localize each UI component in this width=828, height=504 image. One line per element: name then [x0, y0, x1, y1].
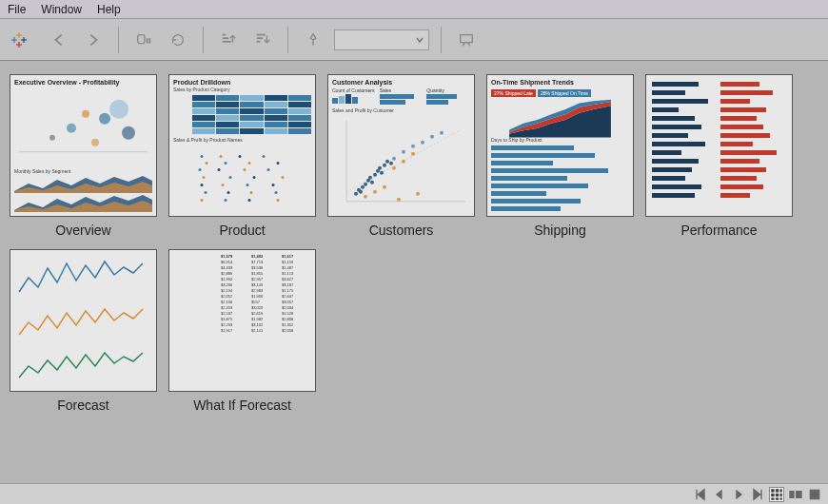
svg-point-74 [364, 194, 367, 198]
svg-rect-13 [223, 40, 231, 42]
svg-rect-17 [461, 34, 473, 42]
svg-point-35 [277, 162, 280, 165]
sheet-performance[interactable]: Performance [645, 74, 793, 238]
menu-help[interactable]: Help [97, 3, 121, 16]
chevron-down-icon [415, 35, 424, 45]
svg-rect-14 [257, 33, 266, 35]
sheet-shipping-thumbnail: On-Time Shipment Trends 27% Shipped Late… [486, 74, 634, 217]
sheet-what-if-forecast[interactable]: $1,579$1,492$1,617 $6,914$7,713$1,150 $4… [168, 249, 316, 413]
sort-asc-button[interactable] [215, 27, 242, 53]
svg-rect-95 [776, 493, 779, 496]
next-sheet-button[interactable] [731, 487, 746, 502]
forward-button[interactable] [80, 27, 107, 53]
svg-rect-11 [223, 33, 227, 35]
svg-rect-15 [257, 37, 263, 39]
toolbar-separator [441, 27, 442, 53]
sheet-performance-thumbnail [645, 74, 793, 217]
presentation-mode-button[interactable] [453, 27, 480, 53]
shipping-sub1: Days to Ship by Product [491, 138, 629, 144]
svg-point-32 [206, 162, 208, 165]
svg-rect-99 [780, 497, 782, 499]
status-bar [0, 483, 828, 504]
cust-sub2: Sales [380, 87, 424, 93]
toolbar [0, 19, 828, 61]
svg-point-79 [411, 151, 415, 155]
single-view-button[interactable] [807, 487, 822, 502]
svg-point-61 [361, 184, 365, 188]
sheet-label: Shipping [534, 223, 586, 238]
shipped-ontime-label: Shipped On Time [551, 90, 588, 96]
refresh-button[interactable] [165, 27, 191, 53]
svg-point-28 [201, 155, 204, 158]
svg-point-41 [229, 176, 232, 179]
svg-point-31 [263, 155, 266, 158]
svg-point-42 [253, 176, 256, 179]
sheet-whatif-thumbnail: $1,579$1,492$1,617 $6,914$7,713$1,150 $4… [168, 249, 316, 392]
sheet-customers[interactable]: Customer Analysis Count of Customers Sal… [327, 74, 475, 238]
svg-point-51 [275, 191, 278, 194]
svg-point-72 [385, 159, 389, 163]
svg-rect-101 [796, 491, 802, 498]
svg-point-80 [397, 197, 401, 201]
svg-point-30 [239, 155, 242, 158]
svg-point-34 [248, 162, 251, 165]
first-sheet-button[interactable] [693, 487, 708, 502]
cust-sub1: Count of Customers [332, 87, 376, 93]
prev-sheet-button[interactable] [712, 487, 727, 502]
svg-point-87 [440, 130, 444, 134]
thumb-title: On-Time Shipment Trends [491, 79, 629, 86]
toolbar-separator [118, 27, 119, 53]
svg-point-48 [205, 191, 207, 194]
sheet-customers-thumbnail: Customer Analysis Count of Customers Sal… [327, 74, 475, 217]
menu-file[interactable]: File [8, 3, 26, 16]
sheet-overview[interactable]: Executive Overview - Profitability Month… [10, 74, 157, 238]
svg-rect-9 [147, 38, 148, 43]
sheet-shipping[interactable]: On-Time Shipment Trends 27% Shipped Late… [486, 74, 634, 238]
pause-data-button[interactable] [130, 27, 157, 53]
cust-sub3: Quantity [426, 87, 470, 93]
thumb-title: Product Drilldown [173, 79, 311, 86]
sheet-forecast-thumbnail [10, 249, 157, 392]
svg-point-33 [225, 162, 227, 165]
svg-point-37 [218, 168, 221, 171]
sort-desc-button[interactable] [249, 27, 276, 53]
last-sheet-button[interactable] [750, 487, 765, 502]
svg-rect-12 [223, 37, 228, 39]
sheet-product-thumbnail: Product Drilldown Sales by Product Categ… [168, 74, 316, 217]
svg-point-49 [227, 191, 230, 194]
svg-point-26 [91, 139, 99, 146]
svg-rect-96 [780, 493, 782, 496]
svg-point-25 [49, 135, 55, 141]
sheet-label: Overview [55, 223, 110, 238]
highlight-dropdown[interactable] [334, 29, 429, 50]
sheet-overview-thumbnail: Executive Overview - Profitability Month… [10, 74, 157, 217]
sheet-forecast[interactable]: Forecast [10, 249, 157, 413]
svg-marker-88 [509, 106, 611, 137]
svg-point-44 [201, 184, 204, 186]
svg-point-29 [220, 155, 223, 158]
pin-button[interactable] [300, 27, 326, 53]
svg-point-46 [246, 184, 249, 186]
svg-rect-100 [789, 491, 794, 498]
svg-point-81 [416, 191, 420, 195]
svg-point-21 [99, 113, 110, 125]
svg-rect-98 [776, 497, 779, 499]
svg-rect-94 [771, 493, 775, 496]
svg-point-38 [244, 168, 246, 171]
svg-point-63 [364, 182, 367, 185]
sheet-product[interactable]: Product Drilldown Sales by Product Categ… [168, 74, 316, 238]
shipped-late-pct: 27% [494, 90, 503, 96]
svg-point-83 [402, 149, 405, 153]
grid-view-button[interactable] [769, 487, 784, 502]
back-button[interactable] [46, 27, 72, 53]
filmstrip-view-button[interactable] [788, 487, 803, 502]
sheet-label: Performance [680, 223, 757, 238]
svg-point-54 [248, 199, 251, 202]
svg-rect-102 [810, 489, 820, 499]
svg-point-67 [373, 172, 377, 176]
svg-point-86 [430, 134, 434, 138]
svg-point-50 [250, 191, 253, 194]
menu-window[interactable]: Window [41, 3, 82, 16]
thumb-title: Customer Analysis [332, 79, 470, 86]
svg-rect-16 [257, 40, 261, 42]
